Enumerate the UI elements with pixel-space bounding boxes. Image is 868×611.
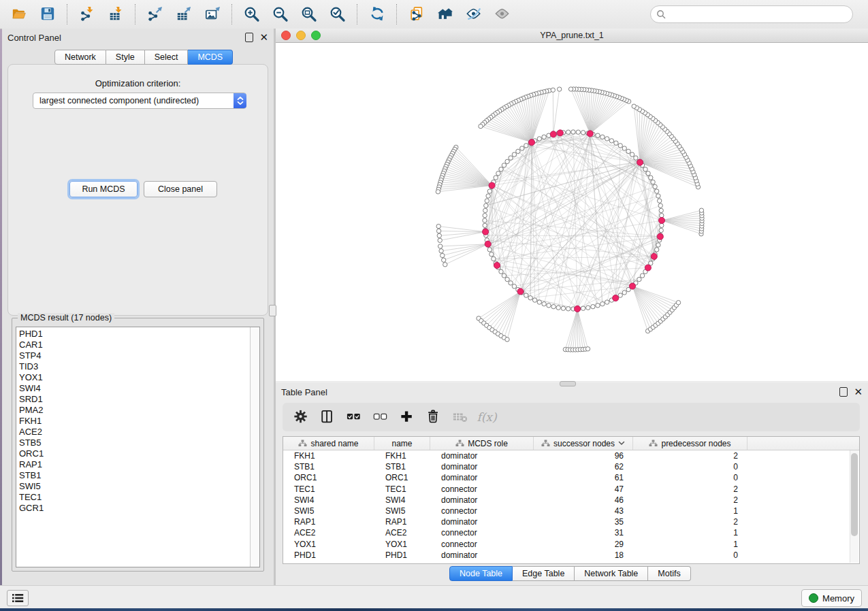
cell-predecessor-nodes[interactable]: 2: [633, 495, 748, 505]
run-mcds-button[interactable]: Run MCDS: [69, 181, 138, 197]
cell-predecessor-nodes[interactable]: 1: [633, 528, 748, 538]
cell-predecessor-nodes[interactable]: 1: [633, 506, 748, 516]
mcds-result-item[interactable]: PHD1: [19, 329, 259, 340]
network-canvas[interactable]: [276, 43, 868, 381]
export-image-button[interactable]: [201, 3, 224, 25]
cell-shared-name[interactable]: SWI5: [283, 506, 374, 516]
cell-successor-nodes[interactable]: 29: [534, 540, 633, 549]
column-header-shared-name[interactable]: shared name: [283, 437, 374, 450]
mcds-list-scrollbar[interactable]: [250, 327, 259, 567]
cell-shared-name[interactable]: TEC1: [283, 484, 374, 494]
cell-MCDS-role[interactable]: dominator: [430, 550, 534, 560]
zoom-fit-button[interactable]: [298, 3, 321, 25]
cell-shared-name[interactable]: STB1: [283, 462, 374, 472]
cell-name[interactable]: STB1: [374, 462, 430, 472]
search-box[interactable]: [650, 5, 853, 23]
cell-name[interactable]: PHD1: [374, 550, 430, 560]
mcds-result-item[interactable]: TID3: [19, 361, 259, 372]
cell-name[interactable]: TEC1: [374, 484, 430, 494]
tab-network-table[interactable]: Network Table: [575, 566, 648, 581]
close-panel-icon[interactable]: ✕: [854, 389, 863, 395]
tab-network[interactable]: Network: [54, 50, 106, 65]
export-table-button[interactable]: [172, 3, 195, 25]
import-network-button[interactable]: [76, 3, 99, 25]
cell-MCDS-role[interactable]: dominator: [430, 495, 534, 505]
tab-style[interactable]: Style: [106, 50, 145, 65]
zoom-selected-button[interactable]: [326, 3, 349, 25]
table-row[interactable]: PHD1PHD1dominator180: [283, 550, 859, 561]
mcds-result-list[interactable]: PHD1CAR1STP4TID3YOX1SWI4SRD1PMA2FKH1ACE2…: [16, 327, 260, 567]
table-row[interactable]: RAP1RAP1dominator352: [283, 516, 859, 527]
cell-name[interactable]: SWI4: [374, 495, 430, 505]
cell-successor-nodes[interactable]: 35: [534, 517, 633, 527]
memory-button[interactable]: Memory: [801, 589, 862, 607]
select-all-button[interactable]: [344, 408, 364, 427]
cell-predecessor-nodes[interactable]: 2: [633, 517, 748, 527]
column-header-predecessor-nodes[interactable]: predecessor nodes: [633, 437, 748, 450]
tab-select[interactable]: Select: [145, 50, 189, 65]
delete-button[interactable]: [424, 408, 443, 427]
mcds-result-item[interactable]: FKH1: [19, 416, 259, 427]
cell-MCDS-role[interactable]: dominator: [430, 517, 534, 527]
cell-MCDS-role[interactable]: connector: [430, 528, 534, 538]
cell-successor-nodes[interactable]: 62: [534, 462, 633, 472]
duplicate-network-button[interactable]: [405, 3, 428, 25]
cell-name[interactable]: FKH1: [374, 451, 430, 461]
mcds-result-item[interactable]: CAR1: [19, 340, 259, 350]
column-header-name[interactable]: name: [374, 437, 430, 450]
cell-shared-name[interactable]: ORC1: [283, 473, 374, 482]
table-row[interactable]: STB1STB1dominator620: [283, 461, 859, 472]
save-session-button[interactable]: [36, 3, 59, 25]
columns-button[interactable]: [318, 408, 337, 427]
import-table-button[interactable]: [104, 3, 127, 25]
cell-name[interactable]: ACE2: [374, 528, 430, 538]
cell-name[interactable]: SWI5: [374, 506, 430, 516]
zoom-in-button[interactable]: [240, 3, 263, 25]
export-network-button[interactable]: [144, 3, 167, 25]
mcds-result-item[interactable]: GCR1: [19, 503, 259, 514]
table-scrollbar-thumb[interactable]: [851, 453, 858, 536]
mcds-result-item[interactable]: ORC1: [19, 448, 259, 459]
cell-shared-name[interactable]: RAP1: [283, 517, 374, 527]
cell-MCDS-role[interactable]: connector: [430, 484, 534, 494]
close-panel-button[interactable]: Close panel: [144, 181, 217, 197]
tab-mcds[interactable]: MCDS: [188, 50, 233, 65]
float-window-icon[interactable]: [245, 33, 253, 42]
mcds-result-item[interactable]: PMA2: [19, 405, 259, 416]
cell-MCDS-role[interactable]: connector: [430, 506, 534, 516]
mcds-result-item[interactable]: SWI5: [19, 481, 259, 492]
close-panel-icon[interactable]: ✕: [259, 34, 268, 41]
first-neighbors-button[interactable]: [434, 3, 457, 25]
panel-list-button[interactable]: [7, 590, 29, 606]
column-header-MCDS-role[interactable]: MCDS role: [430, 437, 534, 450]
cell-shared-name[interactable]: ACE2: [283, 528, 374, 538]
mcds-result-item[interactable]: STB1: [19, 470, 259, 481]
zoom-out-button[interactable]: [269, 3, 292, 25]
cell-predecessor-nodes[interactable]: 2: [633, 451, 748, 461]
cell-successor-nodes[interactable]: 43: [534, 506, 633, 516]
table-row[interactable]: FKH1FKH1dominator962: [283, 450, 859, 461]
cell-MCDS-role[interactable]: dominator: [430, 473, 534, 482]
vertical-splitter-handle[interactable]: [269, 305, 276, 316]
table-row[interactable]: ORC1ORC1dominator610: [283, 472, 859, 483]
cell-name[interactable]: YOX1: [374, 540, 430, 549]
cell-shared-name[interactable]: YOX1: [283, 540, 374, 549]
cell-successor-nodes[interactable]: 96: [534, 451, 633, 461]
open-file-button[interactable]: [7, 3, 31, 25]
criterion-dropdown[interactable]: largest connected component (undirected): [33, 93, 246, 109]
cell-MCDS-role[interactable]: connector: [430, 540, 534, 549]
network-graph[interactable]: [276, 43, 868, 381]
mcds-result-item[interactable]: STB5: [19, 437, 259, 448]
table-row[interactable]: SWI5SWI5connector431: [283, 506, 859, 516]
cell-shared-name[interactable]: FKH1: [283, 451, 374, 461]
cell-shared-name[interactable]: SWI4: [283, 495, 374, 505]
cell-successor-nodes[interactable]: 31: [534, 528, 633, 538]
cell-successor-nodes[interactable]: 18: [534, 550, 633, 560]
settings-button[interactable]: [291, 408, 310, 427]
cell-name[interactable]: ORC1: [374, 473, 430, 482]
cell-shared-name[interactable]: PHD1: [283, 550, 374, 560]
cell-successor-nodes[interactable]: 46: [534, 495, 633, 505]
mcds-result-item[interactable]: STP4: [19, 350, 259, 361]
search-input[interactable]: [666, 9, 847, 20]
mcds-result-item[interactable]: RAP1: [19, 459, 259, 470]
